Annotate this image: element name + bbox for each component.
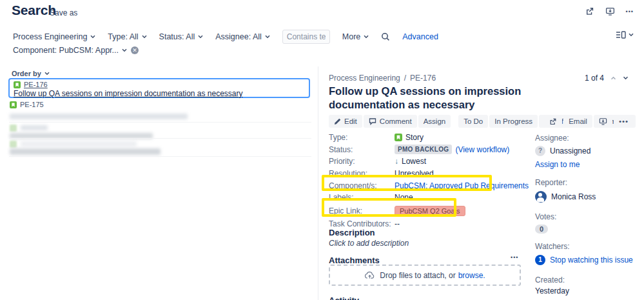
breadcrumb-issue-key[interactable]: PE-176 — [410, 74, 436, 83]
issue-title: Follow up QA sessions on impression docu… — [329, 85, 548, 112]
activity-heading: Activity — [329, 295, 359, 300]
assign-to-me-link[interactable]: Assign to me — [535, 160, 639, 169]
todo-button[interactable]: To Do — [458, 115, 488, 128]
pager-prev-icon[interactable] — [610, 76, 616, 80]
issue-list-item[interactable]: PE-175 — [10, 101, 44, 108]
redacted-text — [21, 141, 137, 146]
votes-count-badge[interactable]: 0 — [535, 225, 548, 234]
field-epic-link: Epic Link: PubCSM Q2 Goals — [329, 204, 535, 218]
watchers-count-badge[interactable]: 1 — [535, 255, 545, 265]
share-icon[interactable] — [585, 6, 594, 16]
list-row-divider — [9, 122, 311, 123]
field-components: Component/s: PubCSM: Approved Pub Requir… — [329, 179, 535, 192]
issue-key-link[interactable]: PE-176 — [24, 81, 48, 88]
remove-filter-icon[interactable]: ✕ — [131, 46, 139, 54]
breadcrumb-separator: / — [404, 74, 406, 83]
more-options-icon[interactable]: ••• — [626, 8, 634, 15]
assignee-value: ? Unassigned — [535, 146, 639, 156]
votes-label: Votes: — [535, 212, 639, 221]
export-button[interactable] — [594, 115, 612, 128]
watchers-label: Watchers: — [535, 242, 639, 251]
story-icon — [10, 101, 17, 108]
pencil-icon — [334, 118, 341, 125]
field-status: Status: PMO BACKLOG (View workflow) — [329, 144, 535, 156]
comment-button[interactable]: Comment — [364, 115, 417, 128]
chevron-down-icon — [265, 35, 270, 39]
breadcrumb-project[interactable]: Process Engineering — [329, 74, 400, 83]
issue-key-link[interactable]: PE-175 — [20, 101, 44, 108]
reporter-value: Monica Ross — [535, 191, 639, 203]
chevron-down-icon — [364, 35, 369, 39]
reporter-avatar — [535, 191, 547, 203]
type-filter-dropdown[interactable]: Type: All — [108, 32, 146, 41]
export-icon — [599, 117, 607, 126]
chevron-down-icon — [198, 35, 203, 39]
redacted-text — [10, 114, 188, 119]
redacted-issue-icon — [10, 125, 17, 132]
issue-pager: 1 of 4 — [585, 74, 629, 83]
story-icon — [395, 134, 402, 141]
reporter-label: Reporter: — [535, 178, 639, 187]
created-value: Yesterday — [535, 286, 639, 295]
assign-button[interactable]: Assign — [418, 115, 451, 128]
contains-text-input[interactable] — [282, 30, 330, 44]
stop-watching-link[interactable]: Stop watching this issue — [550, 255, 633, 265]
attachment-dropzone[interactable]: Drop files to attach, or browse. — [329, 265, 521, 286]
list-row-divider — [9, 156, 311, 157]
layout-icon — [616, 31, 626, 39]
comment-icon — [369, 118, 376, 125]
more-actions-icon[interactable]: ••• — [614, 115, 634, 128]
issue-summary-link[interactable]: Follow up QA sessions on impression docu… — [14, 89, 305, 98]
email-button[interactable]: Email — [563, 115, 592, 128]
chevron-down-icon — [90, 35, 95, 39]
attachments-options-icon[interactable]: ••• — [511, 254, 518, 261]
status-filter-dropdown[interactable]: Status: All — [159, 32, 204, 41]
more-filters-dropdown[interactable]: More — [342, 32, 369, 41]
description-heading: Description — [329, 228, 375, 237]
assignee-filter-dropdown[interactable]: Assignee: All — [215, 32, 270, 41]
pager-count: 1 of 4 — [585, 74, 604, 83]
field-priority: Priority: ↓ Lowest — [329, 155, 535, 168]
field-resolution: Resolution: Unresolved — [329, 168, 535, 180]
description-placeholder[interactable]: Click to add description — [329, 239, 409, 248]
export-views-icon[interactable] — [605, 7, 615, 16]
pager-next-icon[interactable] — [623, 76, 629, 80]
share-button[interactable] — [543, 115, 562, 128]
status-badge: PMO BACKLOG — [395, 145, 452, 154]
redacted-text — [21, 125, 48, 130]
priority-lowest-icon: ↓ — [395, 157, 398, 166]
advanced-search-link[interactable]: Advanced — [402, 32, 438, 41]
filter-bar: Process Engineering Type: All Status: Al… — [13, 30, 438, 44]
header-actions: ••• — [585, 6, 634, 16]
issue-toolbar-right: Email ••• — [543, 115, 634, 128]
redacted-issue-icon — [10, 141, 17, 148]
order-by-dropdown[interactable]: Order by — [12, 70, 50, 77]
epic-link-chip[interactable]: PubCSM Q2 Goals — [395, 206, 465, 216]
component-link[interactable]: PubCSM: Approved Pub Requirements — [395, 181, 529, 190]
panel-divider — [318, 66, 318, 300]
issue-details: Type: Story Status: PMO BACKLOG (View wo… — [329, 132, 535, 230]
edit-button[interactable]: Edit — [329, 115, 362, 128]
in-progress-button[interactable]: In Progress — [489, 115, 538, 128]
issue-list-item-selected[interactable]: PE-176 Follow up QA sessions on impressi… — [8, 78, 310, 98]
created-label: Created: — [535, 275, 639, 285]
cloud-upload-icon — [364, 271, 375, 279]
project-filter-dropdown[interactable]: Process Engineering — [13, 32, 95, 41]
view-layout-switcher[interactable] — [616, 31, 634, 39]
breadcrumb: Process Engineering / PE-176 — [329, 74, 436, 83]
unassigned-avatar: ? — [535, 146, 545, 156]
search-icon[interactable] — [381, 32, 390, 41]
component-filter-chip[interactable]: Component: PubCSM: Appr... — [13, 46, 127, 55]
save-as-link[interactable]: Save as — [50, 8, 77, 17]
share-icon — [549, 117, 557, 126]
chevron-down-icon — [629, 33, 634, 37]
people-panel: Assignee: ? Unassigned Assign to me Repo… — [535, 134, 639, 300]
redacted-text — [10, 148, 161, 155]
dropzone-text: Drop files to attach, or — [380, 271, 455, 280]
assignee-label: Assignee: — [535, 134, 639, 143]
field-type: Type: Story — [329, 132, 535, 144]
view-workflow-link[interactable]: (View workflow) — [455, 145, 509, 154]
list-row-divider — [9, 138, 311, 139]
browse-link[interactable]: browse. — [458, 271, 485, 280]
chevron-down-icon — [142, 35, 147, 39]
